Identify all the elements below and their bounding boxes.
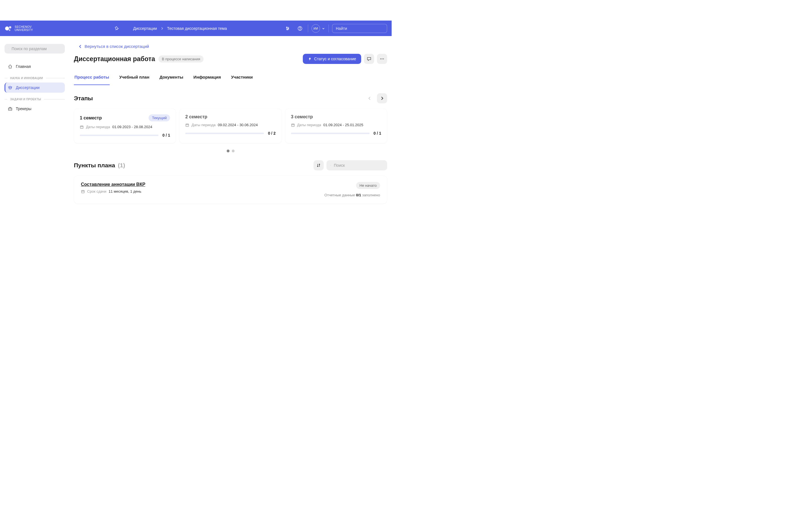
- svg-point-1: [9, 26, 11, 29]
- top-search-input[interactable]: [336, 26, 385, 31]
- svg-point-2: [9, 29, 10, 31]
- sort-button[interactable]: [313, 160, 324, 170]
- status-approval-button[interactable]: Статус и согласование: [303, 54, 361, 64]
- progress-value: 0 / 2: [268, 131, 275, 135]
- sidebar-search-input[interactable]: [11, 47, 61, 51]
- progress-bar: [80, 135, 158, 136]
- sidebar-section-science: НАУКА И ИННОВАЦИИ: [4, 71, 65, 82]
- stage-title: 2 семестр: [185, 114, 207, 119]
- stage-title: 3 семестр: [291, 114, 313, 119]
- briefcase-icon: [8, 107, 12, 111]
- top-search[interactable]: [332, 24, 387, 33]
- svg-point-0: [5, 26, 9, 31]
- svg-point-5: [287, 29, 288, 30]
- dot[interactable]: [227, 150, 230, 152]
- stage-dates: 01.09.2024 - 25.01.2025: [323, 123, 363, 127]
- plan-search-input[interactable]: [334, 163, 383, 168]
- svg-point-7: [300, 29, 300, 30]
- sidebar-search[interactable]: [4, 44, 65, 54]
- user-menu[interactable]: ИИ: [312, 24, 325, 33]
- more-button[interactable]: [377, 54, 387, 64]
- plan-title: Пункты плана: [74, 162, 115, 169]
- settings-icon[interactable]: [283, 24, 292, 33]
- chevron-down-icon: [322, 27, 325, 30]
- dots-icon: [380, 58, 384, 59]
- sidebar-item-home[interactable]: Главная: [4, 61, 65, 71]
- search-icon: [331, 163, 331, 168]
- home-icon: [8, 64, 12, 69]
- lightning-icon: [308, 57, 312, 61]
- help-icon[interactable]: [296, 24, 305, 33]
- progress-bar: [291, 133, 370, 134]
- stage-card[interactable]: 3 семестр Даты периода 01.09.2024 - 25.0…: [285, 108, 387, 144]
- sidebar-section-tasks: ЗАДАЧИ И ПРОЕКТЫ: [4, 93, 65, 104]
- calendar-icon: [291, 123, 295, 127]
- sidebar-item-label: Трекеры: [16, 107, 31, 111]
- search-icon: [8, 47, 9, 51]
- stage-card[interactable]: 1 семестр Текущий Даты периода 01.09.202…: [74, 108, 176, 144]
- progress-value: 0 / 1: [162, 133, 170, 137]
- chevron-right-icon: [160, 27, 164, 30]
- tab-info[interactable]: Информация: [193, 72, 221, 85]
- chevron-left-icon: [79, 45, 82, 48]
- stage-dates: 09.02.2024 - 30.06.2024: [218, 123, 258, 127]
- tab-documents[interactable]: Документы: [159, 72, 184, 85]
- calendar-icon: [80, 125, 84, 129]
- svg-point-12: [382, 59, 383, 59]
- message-icon: [367, 57, 371, 61]
- svg-rect-18: [82, 190, 84, 193]
- comment-button[interactable]: [364, 54, 374, 64]
- back-link-label: Вернуться в список диссертаций: [85, 44, 149, 49]
- status-badge: В процессе написания: [158, 55, 204, 62]
- sidebar-item-label: Диссертации: [16, 86, 40, 90]
- stages-title: Этапы: [74, 95, 93, 102]
- stages-prev-button[interactable]: [364, 93, 375, 103]
- svg-point-9: [8, 49, 9, 49]
- logo-icon: [4, 24, 12, 33]
- stage-card[interactable]: 2 семестр Даты периода 09.02.2024 - 30.0…: [179, 108, 282, 144]
- graduation-cap-icon: [8, 86, 12, 90]
- plan-item-report: Отчетные данные 0/1 заполнено: [324, 193, 380, 197]
- svg-rect-14: [80, 126, 83, 128]
- sort-icon: [317, 163, 320, 167]
- page-title: Диссертационная работа: [74, 55, 155, 63]
- due-value: 11 месяцев, 1 день: [109, 189, 141, 193]
- logo[interactable]: SECHENOVUNIVERSITY: [4, 24, 33, 33]
- svg-point-11: [380, 59, 381, 59]
- progress-value: 0 / 1: [373, 131, 381, 135]
- avatar: ИИ: [312, 24, 320, 33]
- plan-item: Составление аннотации ВКР Срок сдачи 11 …: [74, 175, 387, 204]
- chevron-right-icon: [380, 96, 384, 100]
- svg-point-13: [383, 59, 384, 59]
- svg-rect-15: [186, 124, 189, 126]
- carousel-dots: [74, 150, 387, 152]
- back-link[interactable]: Вернуться в список диссертаций: [74, 44, 387, 49]
- logo-text: SECHENOVUNIVERSITY: [15, 25, 33, 32]
- dot[interactable]: [232, 150, 235, 152]
- current-badge: Текущий: [149, 114, 170, 121]
- pin-icon[interactable]: [114, 26, 119, 31]
- svg-point-3: [287, 27, 287, 27]
- progress-bar: [185, 133, 264, 134]
- stage-title: 1 семестр: [80, 115, 102, 121]
- stage-dates: 01.09.2023 - 28.08.2024: [112, 125, 152, 129]
- sidebar-item-dissertations[interactable]: Диссертации: [4, 82, 65, 93]
- plan-search[interactable]: [326, 160, 387, 170]
- svg-point-17: [331, 165, 331, 165]
- calendar-icon: [185, 123, 189, 127]
- breadcrumb-current: Тестовая диссертационная тема: [167, 26, 227, 31]
- tab-participants[interactable]: Участники: [231, 72, 253, 85]
- plan-count: (1): [118, 162, 125, 169]
- tab-process[interactable]: Процесс работы: [74, 72, 110, 85]
- plan-item-status: Не начато: [356, 182, 380, 189]
- sidebar-item-label: Главная: [16, 64, 31, 69]
- chevron-left-icon: [368, 96, 371, 100]
- stages-next-button[interactable]: [377, 93, 387, 103]
- breadcrumb: Диссертации Тестовая диссертационная тем…: [133, 26, 227, 31]
- calendar-icon: [81, 189, 85, 193]
- breadcrumb-root[interactable]: Диссертации: [133, 26, 157, 31]
- tab-curriculum[interactable]: Учебный план: [119, 72, 150, 85]
- plan-item-title[interactable]: Составление аннотации ВКР: [81, 182, 324, 187]
- svg-rect-16: [292, 124, 294, 126]
- sidebar-item-trackers[interactable]: Трекеры: [4, 104, 65, 114]
